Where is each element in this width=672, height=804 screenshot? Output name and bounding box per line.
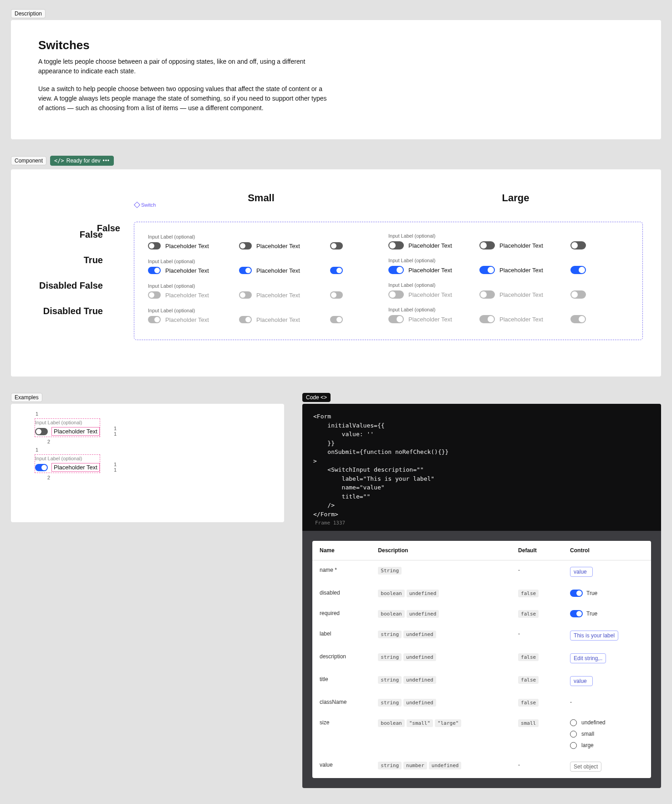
switch-toggle[interactable] bbox=[330, 242, 343, 249]
code-icon: </> bbox=[54, 158, 64, 164]
placeholder-text: Placeholder Text bbox=[165, 267, 209, 274]
variant-small-true-labeled: Input Label (optional) Placeholder Text bbox=[148, 259, 216, 274]
switch-variants-frame[interactable]: Input Label (optional) Placeholder Text … bbox=[134, 222, 643, 340]
type-chip: number bbox=[403, 762, 427, 769]
type-chip: string bbox=[378, 699, 402, 707]
switch-toggle[interactable] bbox=[388, 266, 404, 274]
prop-name: size bbox=[312, 713, 371, 755]
input-label: Input Label (optional) bbox=[148, 308, 216, 313]
examples-panel: 1 1 1 2 Input Label (optional) Placehold… bbox=[11, 404, 284, 522]
variant-small-true-nolabel: Placeholder Text bbox=[239, 267, 307, 274]
description-p2: Use a switch to help people choose betwe… bbox=[38, 84, 330, 113]
description-tag: Description bbox=[11, 9, 46, 18]
prop-default: - bbox=[511, 624, 563, 647]
switch-toggle[interactable] bbox=[35, 428, 48, 435]
prop-control: value bbox=[563, 560, 651, 583]
prop-name: required bbox=[312, 604, 371, 624]
switch-toggle[interactable] bbox=[479, 266, 495, 274]
prop-name: label bbox=[312, 624, 371, 647]
radio-icon bbox=[570, 742, 577, 749]
switch-toggle[interactable] bbox=[330, 267, 343, 274]
switch-toggle[interactable] bbox=[35, 464, 48, 471]
spacing-annotation: 2 bbox=[47, 475, 50, 480]
placeholder-text: Placeholder Text bbox=[51, 427, 100, 436]
switch-toggle[interactable] bbox=[148, 267, 161, 274]
prop-types: stringnumberundefined bbox=[371, 755, 511, 778]
type-chip: string bbox=[378, 676, 402, 684]
variant-large-false-bare bbox=[570, 241, 589, 249]
prop-control: True bbox=[563, 583, 651, 604]
control-switch-label: True bbox=[586, 611, 597, 617]
type-chip: boolean bbox=[378, 590, 404, 597]
description-panel: Switches A toggle lets people choose bet… bbox=[11, 20, 661, 139]
type-chip: "small" bbox=[407, 719, 433, 727]
switch-toggle bbox=[388, 290, 404, 299]
switch-toggle bbox=[388, 315, 404, 323]
placeholder-text: Placeholder Text bbox=[499, 291, 543, 298]
spacing-annotation: 1 bbox=[114, 431, 117, 437]
switch-toggle[interactable] bbox=[239, 242, 252, 249]
th-name: Name bbox=[312, 541, 371, 560]
code-panel[interactable]: <Form initialValues={{ value: '' }} onSu… bbox=[302, 404, 661, 531]
spacing-annotation: 1 bbox=[36, 447, 38, 453]
control-radio-option[interactable]: small bbox=[570, 731, 644, 738]
type-chip: boolean bbox=[378, 610, 404, 618]
row-label-false: False bbox=[11, 223, 103, 249]
control-radio-option[interactable]: undefined bbox=[570, 719, 644, 726]
code-frame-label: Frame 1337 bbox=[313, 519, 650, 528]
prop-default: false bbox=[511, 583, 563, 604]
control-switch[interactable] bbox=[570, 610, 583, 617]
control-switch[interactable] bbox=[570, 590, 583, 597]
variant-large-disabled-false-labeled: Input Label (optional) Placeholder Text bbox=[388, 282, 457, 299]
placeholder-text: Placeholder Text bbox=[256, 316, 300, 323]
variant-large-disabled-true-labeled: Input Label (optional) Placeholder Text bbox=[388, 307, 457, 323]
placeholder-text: Placeholder Text bbox=[165, 316, 209, 323]
prop-default: - bbox=[511, 755, 563, 778]
prop-default: false bbox=[511, 670, 563, 692]
example-off[interactable]: 1 1 1 2 Input Label (optional) Placehold… bbox=[34, 417, 111, 438]
prop-types: stringundefined bbox=[371, 647, 511, 670]
switch-toggle bbox=[148, 316, 161, 323]
variant-large-true-bare bbox=[570, 266, 589, 274]
default-chip: false bbox=[518, 699, 539, 707]
size-header-small: Small bbox=[134, 192, 388, 204]
switch-toggle[interactable] bbox=[388, 241, 404, 249]
control-text-input[interactable]: Edit string,.. bbox=[570, 653, 606, 663]
variant-small-disabled-true-bare bbox=[330, 316, 348, 323]
control-radio-option[interactable]: large bbox=[570, 742, 644, 749]
table-row: classNamestringundefinedfalse- bbox=[312, 692, 651, 713]
switch-toggle[interactable] bbox=[570, 241, 586, 249]
switch-toggle bbox=[479, 290, 495, 299]
control-text-input[interactable]: value bbox=[570, 567, 593, 577]
switch-frame-label: Switch bbox=[135, 202, 156, 208]
spacing-annotation: 1 bbox=[36, 411, 38, 417]
variant-large-disabled-false-nolabel: Placeholder Text bbox=[479, 290, 548, 299]
switch-toggle[interactable] bbox=[570, 266, 586, 274]
switch-toggle[interactable] bbox=[239, 267, 252, 274]
table-row: requiredbooleanundefinedfalseTrue bbox=[312, 604, 651, 624]
example-on[interactable]: 1 1 1 2 Input Label (optional) Placehold… bbox=[34, 453, 111, 474]
table-row: name *String-value bbox=[312, 560, 651, 583]
control-text-input[interactable]: Set object bbox=[570, 762, 601, 772]
ready-for-dev-tag[interactable]: </> Ready for dev ••• bbox=[50, 156, 114, 166]
variant-small-false-labeled: Input Label (optional) Placeholder Text bbox=[148, 234, 216, 249]
table-row: valuestringnumberundefined-Set object bbox=[312, 755, 651, 778]
variant-small-disabled-true-nolabel: Placeholder Text bbox=[239, 316, 307, 323]
radio-label: large bbox=[581, 742, 594, 748]
switch-toggle[interactable] bbox=[148, 242, 161, 249]
switch-toggle[interactable] bbox=[479, 241, 495, 249]
type-chip: undefined bbox=[407, 590, 439, 597]
control-text-input[interactable]: value bbox=[570, 676, 593, 686]
variant-small-disabled-true-labeled: Input Label (optional) Placeholder Text bbox=[148, 308, 216, 323]
th-default: Default bbox=[511, 541, 563, 560]
control-text-input[interactable]: This is your label bbox=[570, 631, 618, 641]
input-label: Input Label (optional) bbox=[388, 307, 457, 312]
variant-large-false-labeled: Input Label (optional) Placeholder Text bbox=[388, 233, 457, 249]
radio-label: undefined bbox=[581, 719, 606, 726]
type-chip: undefined bbox=[403, 653, 436, 661]
more-icon: ••• bbox=[102, 158, 110, 164]
switch-toggle bbox=[330, 291, 343, 299]
prop-default: false bbox=[511, 692, 563, 713]
code-content: <Form initialValues={{ value: '' }} onSu… bbox=[313, 413, 448, 518]
prop-default: - bbox=[511, 560, 563, 583]
